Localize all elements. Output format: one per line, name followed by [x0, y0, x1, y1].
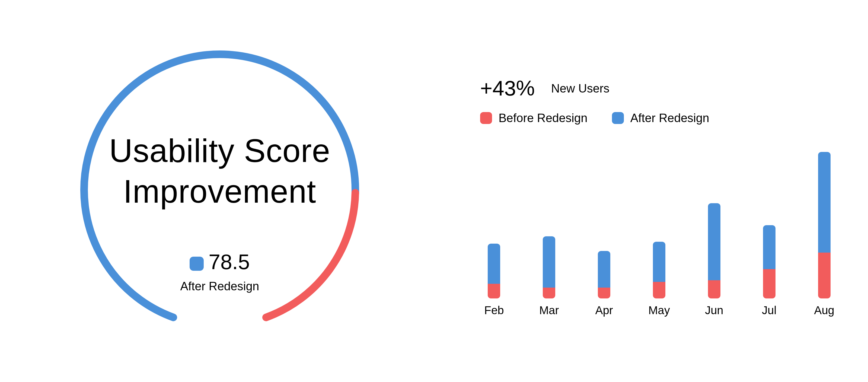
legend-label: After Redesign [630, 111, 709, 125]
bar-segment-before [708, 280, 720, 299]
bar-segment-after [708, 203, 720, 280]
bar-column [763, 225, 775, 298]
metric-row: +43% New Users [480, 76, 610, 101]
bar-segment-after [653, 242, 665, 282]
bar-category-label: Feb [469, 304, 518, 317]
gauge-value: 78.5 [209, 250, 250, 274]
bar-category-label: Apr [580, 304, 628, 317]
bar-column [598, 251, 610, 299]
bar-segment-after [598, 251, 610, 288]
bar-segment-before [653, 282, 665, 298]
legend-swatch [612, 112, 624, 124]
bar-column [543, 236, 555, 299]
gauge-title-line2: Improvement [123, 173, 316, 209]
bar-segment-before [543, 288, 555, 299]
bar-column [653, 242, 665, 298]
gauge-value-swatch [190, 257, 204, 271]
bar-panel: +43% New Users Before RedesignAfter Rede… [434, 0, 868, 382]
bar-segment-after [763, 225, 775, 269]
gauge-value-label: After Redesign [70, 280, 369, 293]
bar-segment-after [543, 236, 555, 288]
bar-segment-before [488, 284, 500, 298]
legend: Before RedesignAfter Redesign [480, 111, 709, 125]
bar-segment-before [818, 253, 831, 298]
bar-segment-after [488, 244, 500, 284]
bar-chart: FebMarAprMayJunJulAug [467, 152, 852, 317]
gauge-panel: Usability Score Improvement 78.5 After R… [0, 0, 434, 382]
bar-category-label: Aug [800, 304, 849, 317]
bar-segment-before [763, 269, 775, 298]
metric-value: +43% [480, 76, 535, 101]
bar-segment-before [598, 288, 610, 299]
bar-category-label: May [635, 304, 684, 317]
legend-label: Before Redesign [499, 111, 588, 125]
gauge-title-line1: Usability Score [109, 133, 330, 169]
bar-segment-after [818, 152, 831, 253]
legend-item: Before Redesign [480, 111, 588, 125]
bar-category-label: Mar [525, 304, 574, 317]
bar-column [488, 244, 500, 299]
bar-column [818, 152, 831, 298]
bar-column [708, 203, 720, 298]
bar-category-label: Jul [745, 304, 794, 317]
gauge-title: Usability Score Improvement [70, 130, 369, 212]
gauge-value-row: 78.5 [70, 249, 369, 274]
bar-category-label: Jun [690, 304, 739, 317]
legend-swatch [480, 112, 492, 124]
metric-label: New Users [551, 82, 610, 95]
legend-item: After Redesign [612, 111, 709, 125]
